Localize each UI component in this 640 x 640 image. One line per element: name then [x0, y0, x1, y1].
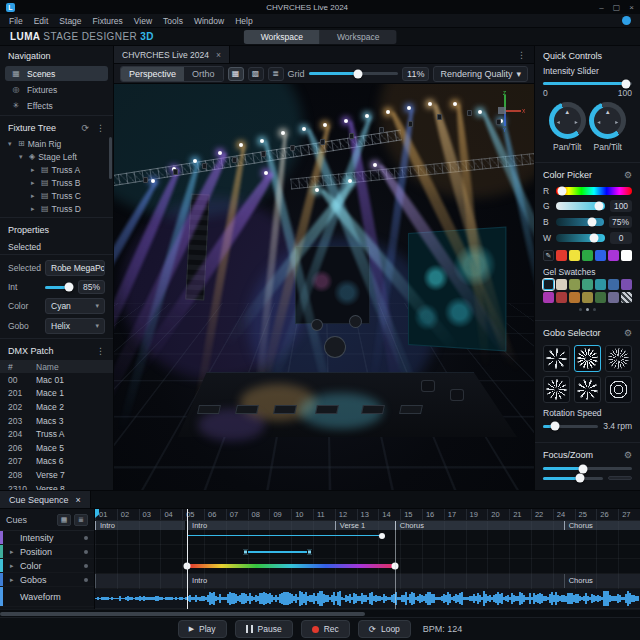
position-automation-segment[interactable] — [245, 551, 310, 553]
gel-swatch[interactable] — [608, 279, 619, 290]
track-row[interactable]: ▸ Color — [0, 559, 94, 573]
tree-node[interactable]: ▸ ▤ Truss C — [0, 189, 113, 202]
pagination-dot[interactable] — [586, 308, 589, 311]
gobo-thumbnail[interactable] — [543, 376, 570, 403]
close-button[interactable]: × — [629, 3, 634, 12]
gobo-select[interactable]: Helix▾ — [45, 318, 105, 334]
section-block[interactable]: Intro — [95, 521, 185, 530]
zoom-slider[interactable] — [543, 477, 603, 480]
user-avatar[interactable] — [622, 16, 631, 25]
axis-gizmo[interactable]: Z X Y — [484, 90, 526, 132]
gear-icon[interactable]: ⚙ — [624, 450, 632, 460]
timeline-ruler[interactable]: 0102030405060708091011121314151617192021… — [95, 509, 640, 521]
tree-expander-icon[interactable]: ▸ — [31, 192, 38, 200]
color-swatch[interactable] — [569, 250, 580, 261]
view-grid-icon[interactable]: ▦ — [228, 67, 244, 81]
rotation-speed-slider[interactable] — [543, 425, 598, 428]
track-row[interactable]: Waveform — [0, 587, 94, 607]
dmx-table-row[interactable]: 206 Mace 5 — [0, 441, 113, 455]
gobos-lane[interactable]: IntroChorus — [95, 574, 640, 589]
color-lane[interactable] — [95, 559, 640, 574]
gear-icon[interactable]: ⚙ — [624, 170, 632, 180]
dmx-table-row[interactable]: 208 Verse 7 — [0, 468, 113, 482]
track-row[interactable]: ▸ Gobos — [0, 573, 94, 587]
channel-value[interactable]: 100 — [610, 200, 632, 212]
dmx-table-row[interactable]: 00 Mac 01 — [0, 373, 113, 387]
kebab-menu-icon[interactable]: ⋮ — [96, 346, 105, 356]
tree-scrollbar[interactable] — [109, 137, 112, 179]
gel-swatch[interactable] — [556, 292, 567, 303]
kebab-menu-icon[interactable]: ⋮ — [509, 50, 534, 60]
selected-fixture-input[interactable]: Robe MegaPointe — [45, 260, 105, 276]
grid-slider[interactable] — [309, 72, 399, 75]
menu-item[interactable]: Window — [194, 16, 224, 26]
menu-item[interactable]: View — [134, 16, 152, 26]
section-block[interactable]: Chorus — [395, 521, 564, 530]
horizontal-scrollbar[interactable] — [0, 609, 640, 617]
tree-node[interactable]: ▾ ⊞ Main Rig — [0, 137, 113, 150]
gel-swatch[interactable] — [569, 279, 580, 290]
playhead[interactable] — [187, 509, 188, 609]
menu-item[interactable]: Help — [235, 16, 252, 26]
gel-swatch[interactable] — [595, 292, 606, 303]
menu-item[interactable]: Edit — [34, 16, 49, 26]
track-automation-dot[interactable] — [84, 578, 88, 582]
position-lane[interactable] — [95, 545, 640, 559]
color-swatch[interactable] — [621, 250, 632, 261]
tree-expander-icon[interactable]: ▾ — [19, 153, 26, 161]
tree-expander-icon[interactable]: ▸ — [31, 179, 38, 187]
list-view-icon[interactable]: ≣ — [74, 514, 88, 526]
gel-swatch[interactable] — [621, 292, 632, 303]
record-button[interactable]: Rec — [301, 620, 350, 638]
focus-slider[interactable] — [543, 467, 632, 470]
dmx-table-row[interactable]: 203 Macs 3 — [0, 414, 113, 428]
dmx-table-row[interactable]: 2310 Verse 8 — [0, 482, 113, 490]
intensity-lane[interactable] — [95, 531, 640, 545]
menu-item[interactable]: File — [9, 16, 23, 26]
dmx-table-row[interactable]: 207 Macs 6 — [0, 455, 113, 469]
dmx-table-row[interactable]: 204 Truss A — [0, 427, 113, 441]
gobo-thumbnail[interactable] — [574, 376, 601, 403]
pan-tilt-knob[interactable]: ▲ ◂ ▸ — [549, 102, 586, 139]
gel-swatch[interactable] — [595, 279, 606, 290]
tree-node[interactable]: ▸ ▤ Truss A — [0, 163, 113, 176]
ortho-button[interactable]: Ortho — [184, 67, 223, 81]
gobo-thumbnail[interactable] — [574, 345, 601, 372]
sidebar-nav-item[interactable]: ✳ Effects — [5, 98, 108, 113]
maximize-button[interactable]: ▢ — [613, 3, 621, 12]
gel-swatch[interactable] — [621, 279, 632, 290]
viewport-tab[interactable]: CHVRCHES Live 2024 × — [114, 46, 230, 63]
track-automation-dot[interactable] — [84, 536, 88, 540]
tree-node[interactable]: ▸ ▤ Truss D — [0, 202, 113, 215]
color-select[interactable]: Cyan▾ — [45, 298, 105, 314]
tree-node[interactable]: ▾ ◈ Stage Left — [0, 150, 113, 163]
loop-button[interactable]: ⟳ Loop — [358, 620, 411, 638]
intensity-slider[interactable] — [45, 286, 73, 289]
cue-sequence-tab[interactable]: Cue Sequence × — [0, 491, 91, 508]
tab-close-icon[interactable]: × — [216, 50, 221, 60]
track-row[interactable]: ▸ Position — [0, 545, 94, 559]
master-intensity-slider[interactable] — [543, 82, 632, 85]
gel-swatch[interactable] — [556, 279, 567, 290]
gel-swatch[interactable] — [582, 292, 593, 303]
gel-swatch[interactable] — [543, 292, 554, 303]
color-swatch[interactable] — [595, 250, 606, 261]
channel-slider[interactable] — [556, 234, 605, 242]
minimize-button[interactable]: – — [599, 3, 603, 12]
section-block[interactable]: Chorus — [564, 521, 640, 530]
gel-swatch[interactable] — [543, 279, 554, 290]
sidebar-nav-item[interactable]: ▦ Scenes — [5, 66, 108, 81]
channel-slider[interactable] — [556, 202, 605, 210]
intensity-value[interactable]: 85% — [78, 280, 105, 294]
channel-value[interactable]: 75% — [609, 216, 632, 228]
dmx-table-row[interactable]: 201 Mace 1 — [0, 387, 113, 401]
grid-view-icon[interactable]: ▦ — [57, 514, 71, 526]
gobo-region[interactable] — [95, 574, 187, 588]
gobo-thumbnail[interactable] — [605, 376, 632, 403]
rendering-quality-dropdown[interactable]: Rendering Quality ▾ — [433, 66, 528, 82]
pan-tilt-knob[interactable]: ▲ ◂ ▸ — [589, 102, 626, 139]
properties-subtab[interactable]: Selected — [0, 239, 113, 255]
tab-close-icon[interactable]: × — [76, 495, 81, 505]
view-list-icon[interactable]: ≣ — [268, 67, 284, 81]
track-automation-dot[interactable] — [84, 550, 88, 554]
